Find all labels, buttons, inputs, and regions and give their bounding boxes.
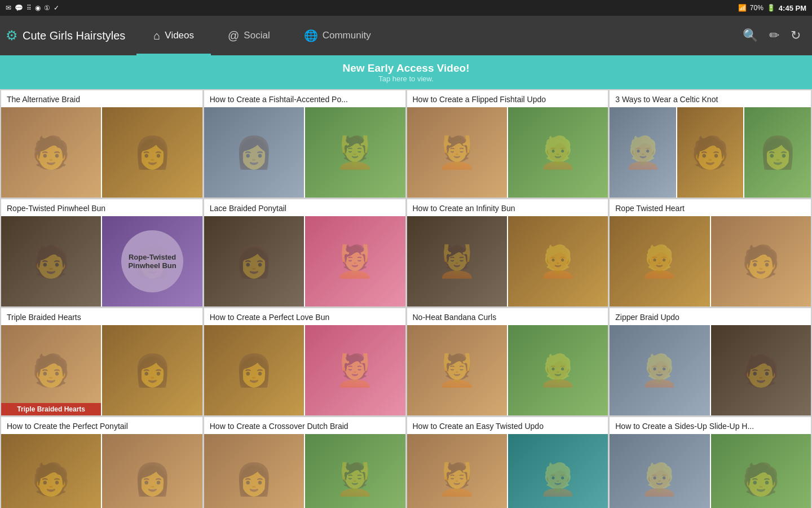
card-images: 💆👱 [407, 434, 608, 508]
card-image: 👩 [101, 434, 202, 508]
videos-tab-label: Videos [165, 30, 194, 41]
card-title: How to Create a Crossover Dutch Braid [204, 417, 405, 434]
banner-subtitle: Tap here to view. [378, 75, 434, 83]
card-image: 🧑 [710, 216, 811, 306]
card-images: 💆👱 [407, 107, 608, 198]
video-card[interactable]: The Alternative Braid🧑👩 [1, 90, 202, 198]
card-image: 💆 [304, 434, 405, 508]
social-tab-icon: @ [228, 29, 239, 42]
card-title: No-Heat Bandana Curls [407, 308, 608, 325]
card-image: 👱 [507, 325, 608, 415]
video-grid: The Alternative Braid🧑👩How to Create a F… [1, 90, 811, 508]
card-image: 💆 [304, 107, 405, 198]
video-card[interactable]: Rope Twisted Heart👱🧑 [610, 199, 811, 306]
card-image: 🧑 [710, 325, 811, 415]
card-image: 👩 [101, 325, 202, 415]
card-images: 👱🧑 [610, 325, 811, 415]
circle-icon: ◉ [35, 4, 41, 12]
app-name: Cute Girls Hairstyles [23, 29, 125, 42]
tab-videos[interactable]: ⌂ Videos [136, 16, 211, 55]
card-image: 🧑 [1, 107, 101, 198]
card-images: 👩💆 [204, 325, 405, 415]
card-title: How to Create an Easy Twisted Updo [407, 417, 608, 434]
card-image: 💆 [304, 325, 405, 415]
video-card[interactable]: Lace Braided Ponytail👩💆 [204, 199, 405, 306]
card-image: 👱 [610, 107, 676, 198]
video-card[interactable]: How to Create an Easy Twisted Updo💆👱 [407, 417, 608, 508]
card-image: 🧑 [710, 434, 811, 508]
number-icon: ① [44, 4, 50, 12]
status-icons-left: ✉ 💬 ⠿ ◉ ① ✓ [6, 4, 59, 12]
refresh-button[interactable]: ↻ [791, 28, 801, 43]
video-card[interactable]: How to Create a Sides-Up Slide-Up H...👱🧑 [610, 417, 811, 508]
battery-level: 70% [750, 4, 764, 12]
edit-button[interactable]: ✏ [769, 28, 779, 43]
video-card[interactable]: How to Create an Infinity Bun💆👱 [407, 199, 608, 306]
card-title: Triple Braided Hearts [1, 308, 202, 325]
card-image: 👩 [204, 434, 304, 508]
card-image: 💆 [407, 434, 507, 508]
tab-social[interactable]: @ Social [211, 16, 287, 55]
video-card[interactable]: Zipper Braid Updo👱🧑 [610, 308, 811, 415]
card-image: 🧑 [1, 216, 101, 306]
card-image: 👱 [610, 434, 709, 508]
card-image: 👩 [101, 107, 202, 198]
search-button[interactable]: 🔍 [743, 28, 758, 43]
social-tab-label: Social [244, 30, 270, 41]
card-image: 👩Rope-Twisted Pinwheel Bun [101, 216, 202, 306]
app-logo: ⚙ Cute Girls Hairstyles [6, 28, 125, 43]
card-title: Rope-Twisted Pinwheel Bun [1, 199, 202, 216]
card-images: 💆👱 [407, 325, 608, 415]
clock: 4:45 PM [779, 4, 806, 12]
video-card[interactable]: How to Create a Perfect Love Bun👩💆 [204, 308, 405, 415]
video-card[interactable]: How to Create a Flipped Fishtail Updo💆👱 [407, 90, 608, 198]
wifi-icon: 📶 [738, 4, 747, 12]
card-image: 👱 [507, 107, 608, 198]
card-image: 💆 [407, 216, 507, 306]
card-image: 👩 [204, 107, 304, 198]
videos-tab-icon: ⌂ [153, 29, 160, 42]
video-card[interactable]: Triple Braided Hearts🧑Triple Braided Hea… [1, 308, 202, 415]
card-title: How to Create a Fishtail-Accented Po... [204, 90, 405, 107]
tab-community[interactable]: 🌐 Community [287, 16, 388, 55]
card-images: 🧑Triple Braided Hearts👩 [1, 325, 202, 415]
video-card[interactable]: How to Create a Crossover Dutch Braid👩💆 [204, 417, 405, 508]
video-card[interactable]: How to Create a Fishtail-Accented Po...👩… [204, 90, 405, 198]
nav-tabs: ⌂ Videos @ Social 🌐 Community [136, 16, 743, 55]
status-bar: ✉ 💬 ⠿ ◉ ① ✓ 📶 70% 🔋 4:45 PM [0, 0, 812, 16]
card-title: Zipper Braid Updo [610, 308, 811, 325]
card-image: 👱 [507, 216, 608, 306]
card-title: Rope Twisted Heart [610, 199, 811, 216]
video-grid-container: The Alternative Braid🧑👩How to Create a F… [0, 89, 812, 508]
card-title: Lace Braided Ponytail [204, 199, 405, 216]
banner-title: New Early Access Video! [343, 62, 470, 75]
card-image: 💆 [407, 325, 507, 415]
video-card[interactable]: No-Heat Bandana Curls💆👱 [407, 308, 608, 415]
card-images: 👩💆 [204, 434, 405, 508]
card-image: 👩 [204, 325, 304, 415]
sms-icon: 💬 [15, 4, 23, 12]
card-image: 🧑 [1, 434, 101, 508]
video-card[interactable]: How to Create the Perfect Ponytail🧑👩 [1, 417, 202, 508]
card-overlay-text: Triple Braided Hearts [1, 403, 101, 415]
card-image: 👱 [507, 434, 608, 508]
video-card[interactable]: Rope-Twisted Pinwheel Bun🧑👩Rope-Twisted … [1, 199, 202, 306]
card-title: How to Create a Perfect Love Bun [204, 308, 405, 325]
card-images: 👱🧑 [610, 434, 811, 508]
early-access-banner[interactable]: New Early Access Video! Tap here to view… [0, 55, 812, 89]
card-title: How to Create the Perfect Ponytail [1, 417, 202, 434]
card-image: 👱 [610, 325, 709, 415]
card-image: 🧑Triple Braided Hearts [1, 325, 101, 415]
check-icon: ✓ [54, 4, 59, 12]
video-card[interactable]: 3 Ways to Wear a Celtic Knot👱🧑👩 [610, 90, 811, 198]
nav-actions: 🔍 ✏ ↻ [743, 28, 806, 43]
community-tab-icon: 🌐 [304, 29, 318, 42]
card-title: How to Create an Infinity Bun [407, 199, 608, 216]
logo-icon: ⚙ [6, 28, 18, 43]
card-title: 3 Ways to Wear a Celtic Knot [610, 90, 811, 107]
card-title: How to Create a Sides-Up Slide-Up H... [610, 417, 811, 434]
card-images: 👩💆 [204, 216, 405, 306]
grid-icon: ⠿ [27, 4, 32, 12]
card-images: 👩💆 [204, 107, 405, 198]
card-images: 💆👱 [407, 216, 608, 306]
